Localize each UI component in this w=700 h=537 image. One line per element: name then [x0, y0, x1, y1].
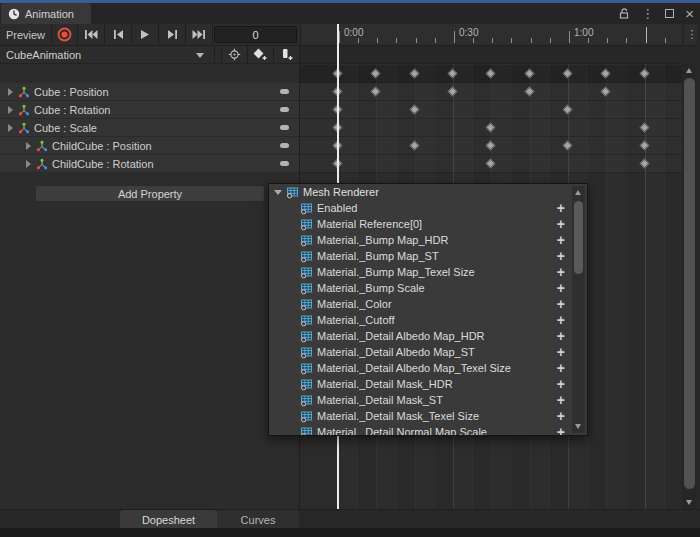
track-options-button[interactable]	[280, 125, 289, 130]
filter-selection-button[interactable]	[222, 46, 248, 63]
keyframe-diamond[interactable]	[524, 87, 534, 97]
track-options-button[interactable]	[280, 89, 289, 94]
keyframe-diamond[interactable]	[639, 123, 649, 133]
keyframe-diamond[interactable]	[409, 69, 419, 79]
vertical-scrollbar-thumb[interactable]	[684, 78, 695, 489]
keyframe-diamond[interactable]	[448, 69, 458, 79]
maximize-icon[interactable]	[665, 9, 674, 18]
track-row-label[interactable]: Cube : Scale	[0, 119, 299, 137]
keyframe-diamond[interactable]	[371, 87, 381, 97]
track-options-button[interactable]	[280, 107, 289, 112]
keyframe-diamond[interactable]	[639, 69, 649, 79]
next-frame-button[interactable]	[159, 24, 186, 45]
popup-item[interactable]: Material._Color+	[269, 296, 587, 312]
track-options-button[interactable]	[280, 161, 289, 166]
scroll-down-icon[interactable]	[686, 500, 692, 505]
keyframe-diamond[interactable]	[409, 141, 419, 151]
popup-item-add-button[interactable]: +	[557, 376, 565, 392]
keyframe-diamond[interactable]	[524, 69, 534, 79]
track-options-button[interactable]	[280, 143, 289, 148]
popup-item-add-button[interactable]: +	[557, 296, 565, 312]
popup-item-add-button[interactable]: +	[557, 392, 565, 408]
keyframe-diamond[interactable]	[639, 159, 649, 169]
expand-triangle-icon[interactable]	[8, 124, 13, 132]
track-row-label[interactable]: ChildCube : Position	[0, 137, 299, 155]
popup-item-add-button[interactable]: +	[557, 248, 565, 264]
clip-selector-dropdown[interactable]: CubeAnimation	[0, 46, 215, 63]
expand-triangle-icon[interactable]	[26, 142, 31, 150]
popup-item[interactable]: Material._Bump Map_ST+	[269, 248, 587, 264]
tab-curves[interactable]: Curves	[217, 510, 299, 529]
track-row-label[interactable]: Cube : Rotation	[0, 101, 299, 119]
popup-item-add-button[interactable]: +	[557, 280, 565, 296]
keyframe-diamond[interactable]	[601, 69, 611, 79]
popup-item[interactable]: Material._Cutoff+	[269, 312, 587, 328]
popup-scroll-up-icon[interactable]	[575, 190, 581, 195]
keyframe-diamond[interactable]	[563, 105, 573, 115]
popup-item-add-button[interactable]: +	[557, 232, 565, 248]
popup-item-add-button[interactable]: +	[557, 216, 565, 232]
popup-item[interactable]: Material._Bump Map_HDR+	[269, 232, 587, 248]
record-button[interactable]	[52, 24, 78, 45]
keyframe-diamond[interactable]	[639, 141, 649, 151]
popup-scrollbar[interactable]	[572, 186, 585, 433]
track-keyframe-row[interactable]	[300, 101, 682, 119]
expand-triangle-icon[interactable]	[8, 88, 13, 96]
add-keyframe-button[interactable]	[248, 46, 274, 63]
popup-item[interactable]: Material._Detail Albedo Map_HDR+	[269, 328, 587, 344]
track-keyframe-row[interactable]	[300, 119, 682, 137]
popup-item[interactable]: Material._Detail Mask_ST+	[269, 392, 587, 408]
window-menu-icon[interactable]: ⋮	[641, 6, 654, 21]
close-icon[interactable]: ×	[685, 5, 694, 22]
track-row-label[interactable]: ChildCube : Rotation	[0, 155, 299, 173]
timeline-ruler[interactable]: 0:000:301:00	[300, 24, 682, 46]
goto-end-button[interactable]	[186, 24, 213, 45]
popup-scrollbar-thumb[interactable]	[574, 201, 583, 274]
add-property-button[interactable]: Add Property	[35, 185, 265, 202]
prev-frame-button[interactable]	[105, 24, 132, 45]
popup-header-mesh-renderer[interactable]: Mesh Renderer	[269, 184, 587, 200]
add-event-button[interactable]	[274, 46, 300, 63]
track-keyframe-row[interactable]	[300, 137, 682, 155]
popup-item[interactable]: Material Reference[0]+	[269, 216, 587, 232]
popup-scroll-down-icon[interactable]	[575, 424, 581, 429]
popup-item[interactable]: Material._Detail Albedo Map_ST+	[269, 344, 587, 360]
popup-item-add-button[interactable]: +	[557, 344, 565, 360]
keyframe-diamond[interactable]	[486, 141, 496, 151]
keyframe-diamond[interactable]	[601, 87, 611, 97]
keyframe-diamond[interactable]	[486, 123, 496, 133]
popup-item-add-button[interactable]: +	[557, 328, 565, 344]
lock-icon[interactable]	[618, 7, 630, 20]
track-keyframe-row[interactable]	[300, 155, 682, 173]
keyframe-diamond[interactable]	[486, 159, 496, 169]
popup-item-add-button[interactable]: +	[557, 408, 565, 424]
popup-item[interactable]: Material._Detail Mask_HDR+	[269, 376, 587, 392]
keyframe-diamond[interactable]	[448, 87, 458, 97]
popup-item[interactable]: Material._Detail Albedo Map_Texel Size+	[269, 360, 587, 376]
tab-dopesheet[interactable]: Dopesheet	[120, 510, 217, 529]
popup-item[interactable]: Material._Bump Scale+	[269, 280, 587, 296]
track-row-label[interactable]: Cube : Position	[0, 83, 299, 101]
vertical-scrollbar[interactable]	[682, 64, 697, 509]
preview-button[interactable]: Preview	[0, 24, 52, 45]
popup-item-add-button[interactable]: +	[557, 312, 565, 328]
popup-item[interactable]: Material._Bump Map_Texel Size+	[269, 264, 587, 280]
popup-item-add-button[interactable]: +	[557, 360, 565, 376]
expand-triangle-icon[interactable]	[8, 106, 13, 114]
keyframe-diamond[interactable]	[563, 69, 573, 79]
play-button[interactable]	[132, 24, 159, 45]
keyframe-diamond[interactable]	[371, 69, 381, 79]
current-frame-field[interactable]: 0	[214, 26, 297, 43]
keyframe-diamond[interactable]	[409, 105, 419, 115]
popup-item[interactable]: Material._Detail Normal Map Scale+	[269, 424, 587, 436]
track-keyframe-row[interactable]	[300, 83, 682, 101]
keyframe-diamond[interactable]	[563, 141, 573, 151]
popup-item-add-button[interactable]: +	[557, 200, 565, 216]
popup-item[interactable]: Material._Detail Mask_Texel Size+	[269, 408, 587, 424]
popup-item[interactable]: Enabled+	[269, 200, 587, 216]
popup-item-add-button[interactable]: +	[557, 424, 565, 436]
expand-triangle-icon[interactable]	[26, 160, 31, 168]
tab-animation[interactable]: Animation	[1, 3, 91, 24]
popup-item-add-button[interactable]: +	[557, 264, 565, 280]
scroll-up-icon[interactable]	[686, 68, 692, 73]
